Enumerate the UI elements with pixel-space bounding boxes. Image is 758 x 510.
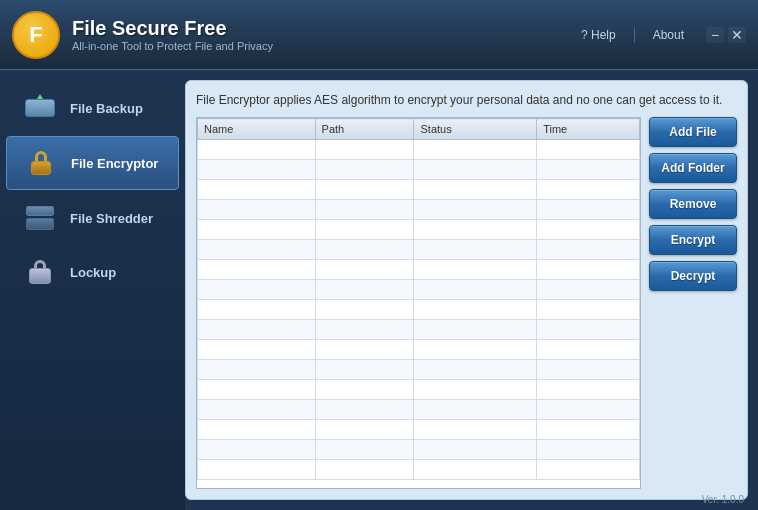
app-subtitle: All-in-one Tool to Protect File and Priv…: [72, 40, 273, 52]
sidebar-item-file-shredder[interactable]: File Shredder: [6, 192, 179, 244]
table-row: [198, 240, 640, 260]
about-button[interactable]: About: [647, 26, 690, 44]
table-row: [198, 200, 640, 220]
add-file-button[interactable]: Add File: [649, 117, 737, 147]
sidebar-label-file-shredder: File Shredder: [70, 211, 153, 226]
sidebar-label-file-encryptor: File Encryptor: [71, 156, 158, 171]
table-row: [198, 400, 640, 420]
table-row: [198, 180, 640, 200]
col-time: Time: [537, 119, 640, 140]
sidebar-item-file-encryptor[interactable]: File Encryptor: [6, 136, 179, 190]
table-row: [198, 160, 640, 180]
table-row: [198, 360, 640, 380]
title-text: File Secure Free All-in-one Tool to Prot…: [72, 17, 273, 52]
sidebar-item-file-backup[interactable]: File Backup: [6, 82, 179, 134]
title-bar: F File Secure Free All-in-one Tool to Pr…: [0, 0, 758, 70]
file-table: Name Path Status Time: [197, 118, 640, 480]
table-row: [198, 300, 640, 320]
col-status: Status: [414, 119, 537, 140]
remove-button[interactable]: Remove: [649, 189, 737, 219]
table-row: [198, 340, 640, 360]
table-row: [198, 420, 640, 440]
table-row: [198, 140, 640, 160]
sidebar-label-file-backup: File Backup: [70, 101, 143, 116]
app-title: File Secure Free: [72, 17, 273, 40]
table-row: [198, 280, 640, 300]
file-backup-icon: [22, 94, 58, 122]
sidebar-item-lockup[interactable]: Lockup: [6, 246, 179, 298]
divider: [634, 27, 635, 43]
file-shredder-icon: [22, 204, 58, 232]
main-layout: File Backup File Encryptor File Shredder: [0, 70, 758, 510]
sidebar: File Backup File Encryptor File Shredder: [0, 70, 185, 510]
title-controls: ? Help About − ✕: [575, 26, 746, 44]
version-label: Ver. 1.0.0: [702, 494, 744, 505]
content-area: File Encryptor applies AES algorithm to …: [185, 80, 748, 500]
table-row: [198, 380, 640, 400]
content-main: Name Path Status Time: [196, 117, 737, 489]
app-icon: F: [12, 11, 60, 59]
table-row: [198, 220, 640, 240]
file-encryptor-icon: [23, 149, 59, 177]
description-text: File Encryptor applies AES algorithm to …: [196, 91, 737, 109]
decrypt-button[interactable]: Decrypt: [649, 261, 737, 291]
encrypt-button[interactable]: Encrypt: [649, 225, 737, 255]
app-identity: F File Secure Free All-in-one Tool to Pr…: [12, 11, 273, 59]
table-row: [198, 440, 640, 460]
col-path: Path: [315, 119, 414, 140]
file-table-container: Name Path Status Time: [196, 117, 641, 489]
col-name: Name: [198, 119, 316, 140]
add-folder-button[interactable]: Add Folder: [649, 153, 737, 183]
window-controls: − ✕: [706, 27, 746, 43]
buttons-panel: Add File Add Folder Remove Encrypt Decry…: [649, 117, 737, 489]
sidebar-label-lockup: Lockup: [70, 265, 116, 280]
close-button[interactable]: ✕: [728, 27, 746, 43]
minimize-button[interactable]: −: [706, 27, 724, 43]
table-row: [198, 320, 640, 340]
lockup-icon: [22, 258, 58, 286]
table-row: [198, 460, 640, 480]
table-row: [198, 260, 640, 280]
help-button[interactable]: ? Help: [575, 26, 622, 44]
